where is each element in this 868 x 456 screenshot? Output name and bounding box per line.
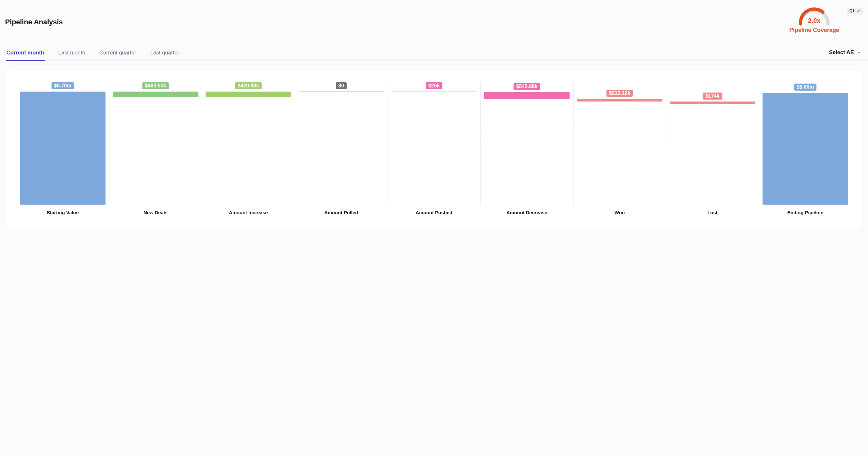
tabs: Current month Last month Current quarter… [6,47,180,61]
page-title: Pipeline Analysis [5,18,63,26]
page-root: Pipeline Analysis 2.0x Pipeline Coverage… [0,0,868,243]
select-ae-dropdown[interactable]: Select AE [828,48,862,60]
chart-value-badge: $0 [336,82,347,89]
chart-value-badge: $174k [703,93,722,99]
chart-column: $26kAmount Pushed [388,82,480,220]
chart-column: $8.66mEnding Pipeline [759,82,852,220]
tab-current-month[interactable]: Current month [6,47,45,61]
tab-last-quarter[interactable]: Last quarter [150,47,180,61]
chart-axis-label: Amount Pulled [323,205,360,220]
chart-column: $545.88kAmount Decrease [480,82,573,220]
chart-axis-label: Ending Pipeline [786,205,825,220]
gauge-value: 2.0x [808,17,820,24]
chart-plot-area: $212.12k [573,82,666,205]
chart-column: $463.50kNew Deals [109,82,202,220]
tab-last-month[interactable]: Last month [58,47,86,61]
gauge-icon: 2.0x [797,6,832,26]
chart-column: $174kLost [666,82,759,220]
quarter-badge[interactable]: Q1 [847,8,863,14]
coverage-label: Pipeline Coverage [789,27,839,34]
waterfall-chart: $8.70mStarting Value$463.50kNew Deals$42… [16,82,852,220]
chart-value-badge: $26k [426,82,442,89]
chart-plot-area: $174k [666,82,759,205]
chart-plot-area: $26k [388,82,480,205]
header-row: Pipeline Analysis 2.0x Pipeline Coverage… [5,6,863,34]
chart-bar[interactable] [670,101,755,104]
chart-axis-label: Starting Value [45,205,80,220]
chart-value-badge: $8.66m [794,84,816,91]
chart-card: $8.70mStarting Value$463.50kNew Deals$42… [5,69,863,230]
chart-axis-label: Amount Pushed [414,205,454,220]
chart-bar[interactable] [484,92,570,99]
tab-current-quarter[interactable]: Current quarter [99,47,137,61]
quarter-badge-label: Q1 [849,9,855,13]
chart-bar[interactable] [113,92,198,98]
chart-axis-label: New Deals [142,205,169,220]
chart-column: $0Amount Pulled [295,82,388,220]
chart-plot-area: $420.68k [202,82,295,205]
pipeline-coverage-gauge: 2.0x Pipeline Coverage [789,6,839,34]
chart-bar[interactable] [763,93,848,205]
tabs-row: Current month Last month Current quarter… [0,47,868,61]
chart-axis-label: Amount Increase [227,205,269,220]
chart-axis-label: Lost [706,205,719,220]
chart-axis-label: Amount Decrease [505,205,549,220]
chart-bar[interactable] [577,99,662,101]
chart-plot-area: $8.70m [16,82,109,205]
select-ae-label: Select AE [829,49,854,56]
chart-column: $420.68kAmount Increase [202,82,295,220]
chart-plot-area: $463.50k [109,82,202,205]
chart-value-badge: $545.88k [514,83,540,90]
chart-value-badge: $463.50k [143,82,169,89]
pencil-icon [857,9,860,13]
chart-value-badge: $8.70m [52,82,74,89]
chart-axis-label: Won [613,205,626,220]
chart-bar[interactable] [299,92,384,92]
chevron-down-icon [857,51,861,55]
chart-plot-area: $545.88k [480,82,573,205]
coverage-wrap: 2.0x Pipeline Coverage Q1 [789,6,863,34]
chart-bar[interactable] [206,92,291,97]
chart-column: $212.12kWon [573,82,666,220]
chart-column: $8.70mStarting Value [16,82,109,220]
chart-value-badge: $212.12k [607,90,633,97]
chart-value-badge: $420.68k [235,82,262,89]
chart-plot-area: $8.66m [759,82,852,205]
chart-bar[interactable] [392,92,477,92]
chart-bar[interactable] [20,92,105,205]
chart-plot-area: $0 [295,82,388,205]
